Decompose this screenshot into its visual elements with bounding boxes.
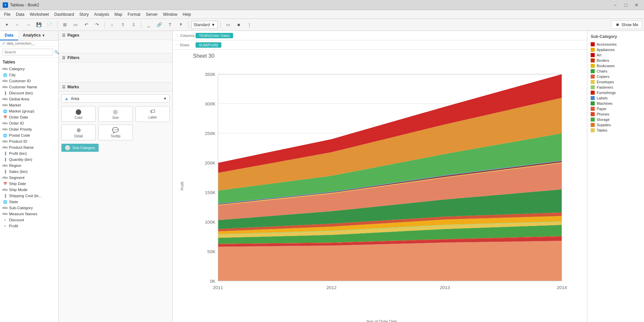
toolbar-back-button[interactable]: ← (13, 20, 22, 30)
legend-item-appliances[interactable]: Appliances (591, 47, 641, 52)
menu-item-map[interactable]: Map (112, 11, 125, 18)
toolbar-duplicate-button[interactable]: ▭ (71, 20, 80, 30)
rows-pill[interactable]: SUM(Profit) (196, 42, 221, 48)
toolbar-add-button[interactable]: 📄 (45, 20, 54, 30)
field-item-category[interactable]: AbcCategory (0, 66, 58, 72)
field-item-market[interactable]: AbcMarket (0, 102, 58, 108)
field-item-customer-id[interactable]: AbcCustomer ID (0, 78, 58, 84)
toolbar-device-button[interactable]: ■ (234, 20, 244, 30)
field-item-segment[interactable]: AbcSegment (0, 175, 58, 181)
field-item-region[interactable]: AbcRegion (0, 163, 58, 169)
legend-item-envelopes[interactable]: Envelopes (591, 79, 641, 85)
field-item-global-area[interactable]: AbcGlobal Area (0, 96, 58, 102)
menu-item-window[interactable]: Window (160, 11, 180, 18)
field-label: Shipping Cost (bi... (9, 194, 42, 198)
field-item-order-id[interactable]: AbcOrder ID (0, 120, 58, 126)
legend-item-copiers[interactable]: Copiers (591, 74, 641, 79)
field-item-shipping-cost--bi---[interactable]: ▐Shipping Cost (bi... (0, 193, 58, 199)
toolbar-redo-button[interactable]: ↷ (92, 20, 102, 30)
legend-item-machines[interactable]: Machines (591, 101, 641, 106)
field-item-city[interactable]: 🌐City (0, 72, 58, 78)
marks-btn-detail[interactable]: ⊕Detail (61, 125, 96, 140)
toolbar-underline-button[interactable]: ⎯ (144, 20, 153, 30)
toolbar-sort-desc-button[interactable]: ⇩ (129, 20, 138, 30)
toolbar-sort-asc-button[interactable]: ⇧ (118, 20, 127, 30)
toolbar-sep-3 (141, 21, 141, 28)
field-item-product-name[interactable]: AbcProduct Name (0, 144, 58, 150)
toolbar-save-button[interactable]: 💾 (34, 20, 44, 30)
field-item-postal-code[interactable]: 🌐Postal Code (0, 132, 58, 138)
field-item-sub-category[interactable]: AbcSub-Category (0, 205, 58, 211)
svg-text:50K: 50K (207, 249, 215, 254)
toolbar-fit-button[interactable]: ▭ (223, 20, 233, 30)
field-item-order-priority[interactable]: AbcOrder Priority (0, 126, 58, 132)
toolbar-text-button[interactable]: T (165, 20, 175, 30)
toolbar-swap-button[interactable]: ↕ (107, 20, 117, 30)
legend-item-accessories[interactable]: Accessories (591, 42, 641, 47)
menu-item-worksheet[interactable]: Worksheet (27, 11, 52, 18)
field-item-measure-names[interactable]: AbcMeasure Names (0, 211, 58, 217)
field-item-order-date[interactable]: 📅Order Date (0, 114, 58, 120)
legend-item-binders[interactable]: Binders (591, 58, 641, 63)
field-item-ship-mode[interactable]: AbcShip Mode (0, 187, 58, 193)
toolbar-pin-button[interactable]: 🖈 (176, 20, 185, 30)
legend-item-fasteners[interactable]: Fasteners (591, 85, 641, 90)
field-item-quantity--bin-[interactable]: ▐Quantity (bin) (0, 156, 58, 163)
toolbar-forward-button[interactable]: → (23, 20, 33, 30)
menu-item-data[interactable]: Data (13, 11, 27, 18)
legend-item-tables[interactable]: Tables (591, 128, 641, 133)
field-item-sales--bin-[interactable]: ▐Sales (bin) (0, 169, 58, 175)
menu-item-dashboard[interactable]: Dashboard (52, 11, 77, 18)
legend-item-bookcases[interactable]: Bookcases (591, 63, 641, 68)
marks-btn-label[interactable]: 🏷Label (136, 106, 170, 122)
legend-item-paper[interactable]: Paper (591, 106, 641, 111)
field-item-customer-name[interactable]: AbcCustomer Name (0, 84, 58, 90)
legend-item-furnishings[interactable]: Furnishings (591, 90, 641, 95)
toolbar-share-button[interactable]: ⋮ (245, 20, 254, 30)
menu-item-analysis[interactable]: Analysis (92, 11, 112, 18)
legend-item-labels[interactable]: Labels (591, 95, 641, 101)
menu-item-story[interactable]: Story (77, 11, 92, 18)
field-item-market--group-[interactable]: 🌐Market (group) (0, 108, 58, 114)
columns-pill[interactable]: YEAR(Order Date) (196, 33, 233, 38)
show-me-icon: ◾ (615, 22, 620, 27)
sub-category-pill[interactable]: ⚪ Sub-Category (61, 144, 99, 152)
search-input[interactable] (2, 49, 53, 55)
tab-data[interactable]: Data (0, 31, 18, 40)
field-item-profit--bin-[interactable]: ▐Profit (bin) (0, 150, 58, 156)
legend-item-phones[interactable]: Phones (591, 111, 641, 117)
field-item-discount--bin-[interactable]: ▐Discount (bin) (0, 90, 58, 96)
minimize-button[interactable]: − (610, 1, 620, 9)
close-button[interactable]: ✕ (632, 1, 641, 9)
field-icon: 📅 (3, 115, 7, 120)
menu-item-file[interactable]: File (1, 11, 13, 18)
toolbar-compass-button[interactable]: ✦ (2, 20, 11, 30)
toolbar-link-button[interactable]: 🔗 (155, 20, 164, 30)
toolbar-undo-button[interactable]: ↶ (82, 20, 91, 30)
standard-dropdown[interactable]: Standard ▼ (191, 21, 218, 29)
field-item-state[interactable]: 🌐State (0, 199, 58, 205)
maximize-button[interactable]: □ (621, 1, 631, 9)
show-me-button[interactable]: ◾ Show Me (611, 20, 642, 29)
legend-item-chairs[interactable]: Chairs (591, 68, 641, 74)
field-item-discount[interactable]: #Discount (0, 217, 58, 223)
svg-text:2011: 2011 (213, 285, 223, 290)
legend-item-art[interactable]: Art (591, 52, 641, 58)
legend-item-supplies[interactable]: Supplies (591, 122, 641, 128)
marks-type-dropdown[interactable]: ▲ Area ▼ (61, 94, 170, 103)
menu-item-server[interactable]: Server (143, 11, 160, 18)
tables-heading: Tables (0, 58, 58, 66)
field-item-profit[interactable]: #Profit (0, 223, 58, 229)
marks-btn-size[interactable]: ◎Size (98, 106, 132, 122)
legend-item-storage[interactable]: Storage (591, 117, 641, 122)
menu-item-format[interactable]: Format (125, 11, 143, 18)
tab-analytics[interactable]: Analytics ▼ (18, 31, 50, 40)
field-item-product-id[interactable]: AbcProduct ID (0, 138, 58, 144)
menu-item-help[interactable]: Help (180, 11, 194, 18)
legend-color (591, 75, 595, 79)
marks-btn-color[interactable]: ⬤Color (61, 106, 96, 122)
toolbar-grid-button[interactable]: ⊞ (60, 20, 69, 30)
marks-btn-tooltip[interactable]: 💬Tooltip (98, 125, 132, 140)
field-item-ship-date[interactable]: 📅Ship Date (0, 181, 58, 187)
field-icon: Abc (3, 127, 7, 132)
